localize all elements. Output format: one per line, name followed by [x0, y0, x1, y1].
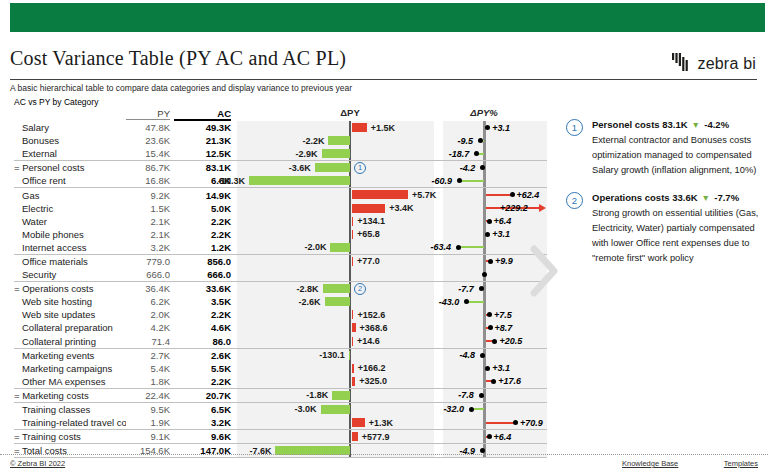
table-row[interactable]: External15.4K12.5K-2.9K-18.7: [14, 147, 547, 160]
pct-label: -4.2: [460, 163, 476, 173]
dpy-chart-cell: +134.1: [237, 215, 434, 228]
row-label: Marketing campaigns: [14, 363, 126, 374]
header-dpypct: ΔPY%: [470, 107, 498, 118]
dpy-axis: [349, 416, 351, 429]
table-row[interactable]: Collateral printing71.486.0+14.6+20.5: [14, 335, 547, 348]
ac-value: 2.2K: [174, 376, 231, 387]
table-row[interactable]: Web site updates2.0K2.2K+152.6+7.5: [14, 308, 547, 321]
dpy-bar: [349, 351, 350, 360]
templates-link[interactable]: Templates: [724, 459, 758, 468]
next-arrow-icon[interactable]: [528, 243, 562, 303]
dpy-bar: [352, 123, 367, 132]
knowledge-base-link[interactable]: Knowledge Base: [622, 459, 678, 468]
dpy-bar: [352, 257, 353, 266]
pct-dot: [513, 420, 518, 425]
table-row[interactable]: Internet access3.2K1.2K-2.0K-63.4: [14, 241, 547, 254]
dpypct-chart-cell: +8.7: [443, 321, 547, 334]
dpy-chart-cell: +577.9: [237, 430, 434, 443]
pct-label: +9.9: [495, 256, 513, 266]
annotation-text: Personel costs 83.1K ▼ -4.2%External con…: [592, 119, 764, 179]
py-value: 71.4: [126, 336, 170, 347]
ac-value: 3.5K: [174, 296, 231, 307]
dpy-chart-cell: +166.2: [237, 362, 434, 375]
pct-label: +62.4: [517, 190, 540, 200]
dpy-bar: [352, 217, 353, 226]
pct-dot: [510, 192, 515, 197]
py-value: 9.2K: [126, 190, 170, 201]
dpypct-chart-cell: +7.5: [443, 308, 547, 321]
pct-dot: [491, 379, 496, 384]
overflow-arrow-icon: [539, 204, 546, 212]
dpy-chart-cell: +65.8: [237, 228, 434, 241]
table-row[interactable]: Electric1.5K5.0K+3.4K+229.2: [14, 202, 547, 215]
table-row[interactable]: Salary47.8K49.3K+1.5K+3.1: [14, 121, 547, 134]
dpy-axis: [349, 188, 351, 201]
pct-dot: [487, 434, 492, 439]
pct-line: [459, 180, 484, 182]
ac-value: 86.0: [174, 336, 231, 347]
dpy-bar: [322, 149, 350, 158]
dpypct-chart-cell: -9.5: [443, 134, 547, 147]
ac-value: 6.5K: [174, 404, 231, 415]
ac-value: 83.1K: [174, 162, 231, 173]
header-dpy: ΔPY: [340, 107, 360, 118]
py-value: 779.0: [126, 256, 170, 267]
annotation-title: Operations costs 33.6K ▼ -7.7%: [592, 192, 764, 203]
ac-value: 4.6K: [174, 322, 231, 333]
ac-value: 9.6K: [174, 431, 231, 442]
pct-label: +3.1: [492, 363, 510, 373]
dpy-bar: [352, 432, 358, 441]
table-row[interactable]: Marketing events2.7K2.6K-130.1-4.8: [14, 348, 547, 362]
pct-label: +6.4: [494, 216, 512, 226]
dpy-label: -1.8K: [306, 390, 328, 400]
table-row[interactable]: = Personel costs86.7K83.1K-3.6K1-4.2: [14, 160, 547, 174]
dpy-chart-cell: -2.9K: [237, 147, 434, 160]
table-row[interactable]: Water2.1K2.2K+134.1+6.4: [14, 215, 547, 228]
dpy-label: +77.0: [357, 256, 380, 266]
dpy-label: -2.0K: [304, 242, 326, 252]
row-label: Web site hosting: [14, 296, 126, 307]
copyright-link[interactable]: © Zebra BI 2022: [10, 459, 65, 468]
table-row[interactable]: Other MA expenses1.8K2.2K+325.0+17.6: [14, 375, 547, 388]
table-row[interactable]: Bonuses23.6K21.3K-2.2K-9.5: [14, 134, 547, 147]
dpypct-chart-cell: +229.2: [443, 202, 547, 215]
annotation-marker-2[interactable]: 2: [354, 283, 366, 295]
row-label: Training classes: [14, 404, 126, 415]
pct-label: +6.4: [494, 432, 512, 442]
table-row[interactable]: Collateral preparation4.2K4.6K+368.6+8.7: [14, 321, 547, 334]
row-label: Mobile phones: [14, 229, 126, 240]
annotation-marker-1[interactable]: 1: [354, 162, 366, 174]
table-row[interactable]: Mobile phones2.1K2.2K+65.8+3.1: [14, 228, 547, 241]
table-row[interactable]: = Operations costs36.4K33.6K-2.8K2-7.7: [14, 281, 547, 295]
dpy-bar: [249, 176, 350, 185]
annotations-panel: 1Personel costs 83.1K ▼ -4.2%External co…: [566, 119, 766, 279]
dpy-bar: [352, 364, 354, 373]
dpy-chart-cell: +325.0: [237, 375, 434, 388]
table-row[interactable]: = Total costs154.6K147.0K-7.6K-4.9: [14, 443, 547, 458]
table-row[interactable]: Security666.0666.0: [14, 268, 547, 281]
dpy-bar: [352, 310, 353, 319]
row-label: Office rent: [14, 175, 126, 186]
table-row[interactable]: Training-related travel cos...1.9K3.2K+1…: [14, 416, 547, 429]
table-row[interactable]: = Marketing costs22.4K20.7K-1.8K-7.8: [14, 388, 547, 402]
table-row[interactable]: = Training costs9.1K9.6K+577.9+6.4: [14, 429, 547, 443]
table-row[interactable]: Office materials779.0856.0+77.0+9.9: [14, 254, 547, 268]
dpy-label: +3.4K: [389, 203, 413, 213]
table-row[interactable]: Marketing campaigns5.4K5.5K+166.2+3.1: [14, 362, 547, 375]
py-value: 4.2K: [126, 322, 170, 333]
pct-line: [458, 246, 484, 248]
row-label: Bonuses: [14, 135, 126, 146]
row-label: Gas: [14, 190, 126, 201]
dpy-bar: [330, 243, 350, 252]
dpy-label: -2.8K: [297, 284, 319, 294]
dpy-label: +1.5K: [371, 123, 395, 133]
table-row[interactable]: Web site hosting6.2K3.5K-2.6K-43.0: [14, 295, 547, 308]
dpy-chart-cell: +14.6: [237, 335, 434, 348]
table-row[interactable]: Gas9.2K14.9K+5.7K+62.4: [14, 187, 547, 201]
ac-value: 33.6K: [174, 283, 231, 294]
pct-dot: [482, 272, 487, 277]
table-row[interactable]: Training classes9.5K6.5K-3.0K-32.0: [14, 402, 547, 416]
dpy-bar: [325, 297, 350, 306]
table-row[interactable]: Office rent16.8K6.6K-10.3K-60.9: [14, 174, 547, 187]
ac-value: 20.7K: [174, 390, 231, 401]
